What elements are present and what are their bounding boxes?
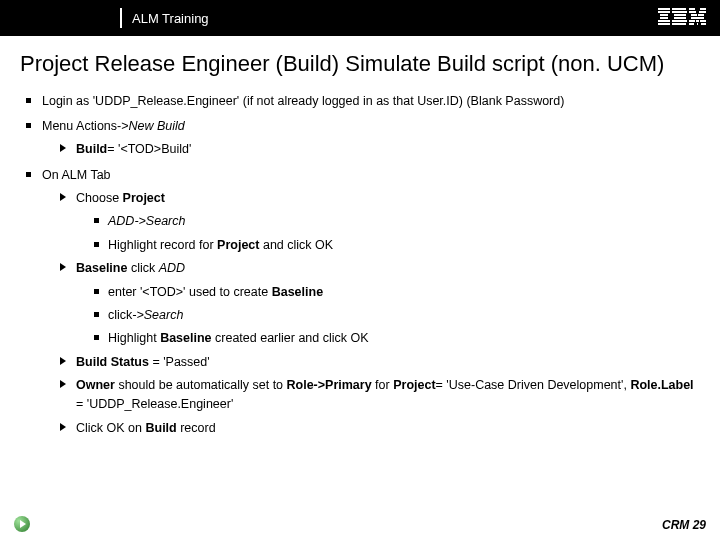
text: and click OK [259, 238, 333, 252]
svg-rect-14 [689, 11, 696, 13]
svg-rect-21 [700, 20, 706, 22]
text: should be automatically set to [115, 378, 287, 392]
text: click [127, 261, 158, 275]
list-item: Highlight Baseline created earlier and c… [94, 329, 700, 348]
svg-rect-23 [697, 23, 698, 25]
text-bold: Owner [76, 378, 115, 392]
slide-content: Project Release Engineer (Build) Simulat… [0, 36, 720, 438]
ibm-logo-icon [658, 8, 706, 28]
list-item: Build= '<TOD>Build' [60, 140, 700, 159]
svg-rect-11 [672, 23, 686, 25]
list-item: Owner should be automatically set to Rol… [60, 376, 700, 415]
text-bold: Build [145, 421, 176, 435]
text: = 'Passed' [149, 355, 210, 369]
text-bold: Baseline [160, 331, 211, 345]
text: click [108, 308, 132, 322]
text: for [372, 378, 394, 392]
svg-rect-10 [672, 20, 687, 22]
svg-rect-15 [699, 11, 706, 13]
text: enter '<TOD>' used to create [108, 285, 272, 299]
header-divider [120, 8, 122, 28]
list-item: ADD->Search [94, 212, 700, 231]
svg-rect-0 [658, 8, 670, 10]
list-item: click->Search [94, 306, 700, 325]
list-item: Build Status = 'Passed' [60, 353, 700, 372]
svg-rect-3 [660, 17, 668, 19]
text-bold: Baseline [76, 261, 127, 275]
svg-rect-6 [672, 8, 686, 10]
text-italic: New Build [129, 119, 185, 133]
text-bold: Build [76, 142, 107, 156]
text: = 'UDDP_Release.Engineer' [76, 397, 233, 411]
list-item: Login as 'UDDP_Release.Engineer' (if not… [24, 92, 700, 111]
text-bold: Project [123, 191, 165, 205]
svg-rect-8 [674, 14, 686, 16]
play-icon[interactable] [14, 516, 30, 532]
text: Highlight record for [108, 238, 217, 252]
text: created earlier and click OK [212, 331, 369, 345]
header-bar: ALM Training [0, 0, 720, 36]
list-item: Choose Project ADD->Search Highlight rec… [60, 189, 700, 255]
text-bold: Project [217, 238, 259, 252]
list-item: enter '<TOD>' used to create Baseline [94, 283, 700, 302]
text: = '<TOD>Build' [107, 142, 191, 156]
svg-rect-22 [689, 23, 694, 25]
text-bold: Project [393, 378, 435, 392]
text-italic: ADD [159, 261, 185, 275]
svg-rect-17 [698, 14, 704, 16]
text: = 'Use-Case Driven Development', [436, 378, 631, 392]
svg-rect-12 [689, 8, 695, 10]
svg-rect-1 [658, 11, 670, 13]
text: Highlight [108, 331, 160, 345]
svg-rect-9 [674, 17, 686, 19]
bullet-list: Login as 'UDDP_Release.Engineer' (if not… [20, 92, 700, 439]
svg-rect-5 [658, 23, 670, 25]
text: Login as 'UDDP_Release.Engineer' (if not… [42, 94, 564, 108]
svg-rect-2 [660, 14, 668, 16]
header-title: ALM Training [132, 11, 209, 26]
text: On ALM Tab [42, 168, 111, 182]
list-item: On ALM Tab Choose Project ADD->Search Hi… [24, 166, 700, 439]
svg-rect-18 [691, 17, 704, 19]
text-bold: Build Status [76, 355, 149, 369]
text-italic: ->Search [132, 308, 183, 322]
header-left: ALM Training [0, 0, 209, 36]
list-item: Highlight record for Project and click O… [94, 236, 700, 255]
text: record [177, 421, 216, 435]
svg-rect-20 [696, 20, 699, 22]
svg-rect-19 [689, 20, 695, 22]
list-item: Menu Actions->New Build Build= '<TOD>Bui… [24, 117, 700, 160]
text: Menu Actions-> [42, 119, 129, 133]
svg-rect-16 [691, 14, 697, 16]
text-italic: ADD->Search [108, 214, 185, 228]
text-bold: Baseline [272, 285, 323, 299]
text-bold: Role.Label [630, 378, 693, 392]
svg-rect-7 [672, 11, 687, 13]
text: Click OK on [76, 421, 145, 435]
svg-rect-4 [658, 20, 670, 22]
page-number: CRM 29 [662, 518, 706, 532]
svg-rect-13 [700, 8, 706, 10]
list-item: Baseline click ADD enter '<TOD>' used to… [60, 259, 700, 349]
slide-title: Project Release Engineer (Build) Simulat… [20, 50, 700, 78]
text-bold: Role->Primary [287, 378, 372, 392]
svg-rect-24 [701, 23, 706, 25]
list-item: Click OK on Build record [60, 419, 700, 438]
footer: CRM 29 [0, 512, 720, 532]
text: Choose [76, 191, 123, 205]
